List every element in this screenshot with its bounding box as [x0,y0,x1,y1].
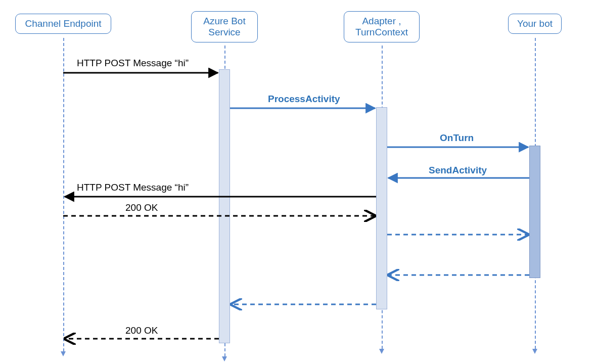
lifeline-channel-arrow [61,351,66,356]
label-m7: 200 OK [125,325,158,336]
lifeline-adapter-arrow [379,349,384,354]
label-m2: ProcessActivity [268,94,340,105]
activation-bot [529,146,540,278]
participant-adapter: Adapter , TurnContext [344,11,420,42]
lifeline-bot-arrow [532,349,537,354]
participant-channel: Channel Endpoint [15,14,111,34]
participant-bot: Your bot [508,14,562,34]
participant-azure: Azure Bot Service [191,11,258,42]
lifeline-azure-arrow [222,356,227,361]
label-m5: HTTP POST Message “hi” [77,182,189,193]
label-m4: SendActivity [429,165,487,176]
label-m3: OnTurn [440,132,474,144]
label-m1: HTTP POST Message “hi” [77,58,189,69]
activation-azure [219,69,230,343]
label-m6: 200 OK [125,202,158,213]
lifeline-channel [63,38,64,351]
activation-adapter [376,107,387,309]
